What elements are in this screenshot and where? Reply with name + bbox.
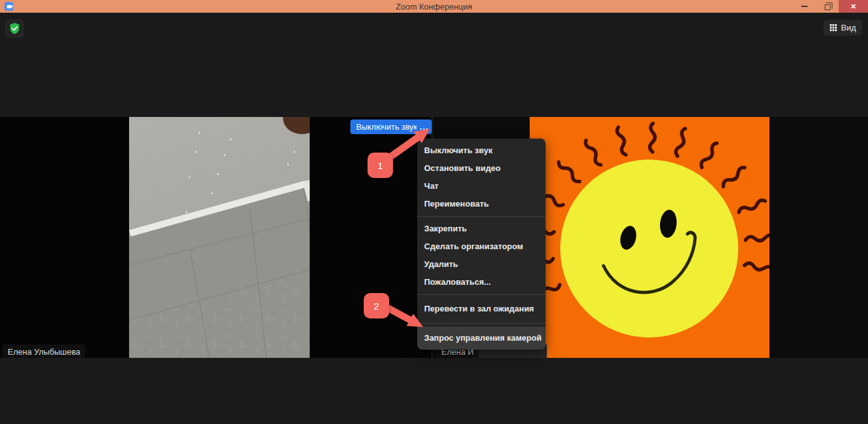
mute-participant-button[interactable]: Выключить звук: [350, 120, 423, 134]
shield-check-icon: [8, 22, 21, 35]
menu-item-waiting-room[interactable]: Перевести в зал ожидания: [417, 298, 546, 320]
minimize-icon: [801, 6, 808, 7]
menu-item-mute[interactable]: Выключить звук: [417, 142, 546, 160]
menu-item-make-host[interactable]: Сделать организатором: [417, 238, 546, 256]
view-button[interactable]: Вид: [823, 20, 862, 36]
video-tile-1[interactable]: Елена Улыбышева: [0, 117, 431, 358]
sun-smiley-drawing: [530, 117, 769, 358]
view-button-label: Вид: [841, 23, 856, 32]
minimize-button[interactable]: [793, 0, 816, 13]
tiled-wall-photo: [129, 117, 310, 358]
restore-icon: [825, 4, 830, 10]
menu-item-stop-video[interactable]: Остановить видео: [417, 160, 546, 177]
zoom-meeting-window: Zoom Конференция ✕ Вид: [0, 0, 868, 424]
participant-name-label: Елена Улыбышева: [3, 345, 85, 358]
restore-button[interactable]: [816, 0, 839, 13]
menu-separator: [417, 294, 546, 295]
menu-item-pin[interactable]: Закрепить: [417, 220, 546, 238]
close-button[interactable]: ✕: [839, 0, 868, 13]
menu-separator: [417, 323, 546, 324]
window-title: Zoom Конференция: [0, 2, 868, 11]
menu-item-remove[interactable]: Удалить: [417, 256, 546, 273]
menu-item-chat[interactable]: Чат: [417, 177, 546, 195]
menu-item-rename[interactable]: Переименовать: [417, 195, 546, 213]
annotation-badge-1: 1: [368, 153, 393, 178]
menu-item-report[interactable]: Пожаловаться...: [417, 273, 546, 291]
more-options-button[interactable]: ...: [417, 120, 432, 134]
titlebar[interactable]: Zoom Конференция ✕: [0, 0, 868, 13]
menu-item-request-camera-control[interactable]: Запрос управления камерой: [417, 327, 546, 350]
menu-separator: [417, 216, 546, 217]
participant-1-name: Елена Улыбышева: [8, 347, 80, 357]
participant-context-menu: Выключить звук Остановить видео Чат Пере…: [417, 139, 546, 350]
security-button[interactable]: [5, 19, 24, 38]
grid-view-icon: [830, 24, 837, 31]
annotation-badge-2: 2: [364, 293, 389, 318]
